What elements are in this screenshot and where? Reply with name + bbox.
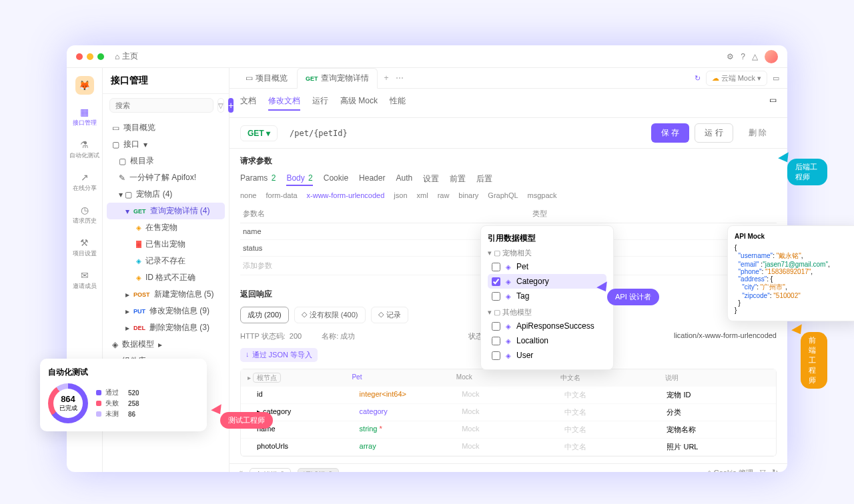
min-dot[interactable] (87, 53, 93, 60)
filter-icon[interactable]: ▽ (218, 98, 224, 113)
model-picker-popup: 引用数据模型 ▾ ▢ 宠物相关 ◈Pet ◈Category ◈Tag ▾ ▢ … (480, 225, 614, 370)
param-tab[interactable]: Body 2 (286, 173, 312, 186)
body-type[interactable]: x-www-form-urlencoded (307, 191, 385, 199)
param-tab[interactable]: 后置 (476, 173, 492, 186)
tree-models[interactable]: ◈ 数据模型 ▸ (107, 336, 225, 353)
run-button[interactable]: 运 行 (695, 123, 733, 143)
tree-item-put[interactable]: ▸ PUT 修改宠物信息 (9) (107, 303, 225, 319)
rail-history[interactable]: ◷请求历史 (73, 205, 97, 225)
param-tab[interactable]: Params 2 (240, 173, 276, 186)
col-name: 参数名 (240, 205, 530, 223)
add-tab[interactable]: + (379, 73, 394, 83)
tab-api[interactable]: GET 查询宠物详情 (297, 68, 378, 89)
donut-chart: 864已完成 (48, 383, 88, 423)
footer-icon[interactable]: ▽ (760, 468, 765, 472)
subtab-edit[interactable]: 修改文档 (268, 95, 300, 111)
cookie-mgmt[interactable]: ◇ Cookie 管理 (707, 468, 753, 472)
param-tab[interactable]: Auth (396, 173, 412, 186)
sidebar-title: 接口管理 (103, 68, 229, 94)
tree-petstore[interactable]: ▾ ▢ 宠物店 (4) (107, 186, 225, 203)
param-tab[interactable]: Header (359, 173, 385, 186)
tree-item[interactable]: ◈ ID 格式不正确 (107, 269, 225, 286)
section-title: 请求参数 (240, 155, 777, 167)
mode-debug[interactable]: 调试模式 (298, 468, 339, 472)
delete-button[interactable]: 删 除 (739, 123, 777, 143)
titlebar: ⌂ 主页 ⚙ ? △ (67, 45, 787, 68)
subtabs: 文档 修改文档 运行 高级 Mock 性能 ▭ (230, 89, 787, 118)
col-type: 类型 (530, 205, 777, 223)
body-type[interactable]: xml (417, 191, 428, 199)
tree-item-get[interactable]: ▾ GET 查询宠物详情 (4) (107, 203, 225, 219)
rail-api[interactable]: ▦接口管理 (73, 107, 97, 127)
close-dot[interactable] (76, 53, 83, 60)
home-link[interactable]: ⌂ 主页 (115, 51, 138, 62)
gear-icon[interactable]: ⚙ (727, 52, 734, 61)
body-type[interactable]: json (394, 191, 407, 199)
rail-invite[interactable]: ✉邀请成员 (73, 270, 97, 291)
body-type[interactable]: binary (458, 191, 478, 199)
mock-select[interactable]: ☁ 云端 Mock ▾ (706, 71, 767, 86)
mode-doc[interactable]: 文档模式 (250, 468, 291, 472)
body-type[interactable]: GraphQL (488, 191, 518, 199)
resp-tab-400[interactable]: ◇ 没有权限 (400) (294, 307, 366, 323)
search-input[interactable] (109, 98, 214, 113)
more-icon[interactable]: ⋯ (396, 73, 404, 83)
import-json[interactable]: ↓ 通过 JSON 等导入 (240, 348, 318, 362)
model-option[interactable]: ◈Localtion (488, 333, 606, 348)
panel-icon[interactable]: ▭ (769, 95, 777, 111)
label-tester: 测试工程师 (220, 412, 273, 429)
label-frontend: 前端工程师 (801, 332, 827, 389)
save-button[interactable]: 保 存 (651, 123, 689, 143)
model-option[interactable]: ◈ApiResponseSuccess (488, 319, 606, 333)
resp-tab-200[interactable]: 成功 (200) (240, 307, 289, 323)
subtab-mock[interactable]: 高级 Mock (340, 95, 378, 111)
tree-item[interactable]: ◈ 已售出宠物 (107, 236, 225, 253)
method-select[interactable]: GET ▾ (240, 125, 278, 141)
bell-icon[interactable]: △ (752, 52, 758, 61)
model-option[interactable]: ◈Pet (488, 259, 606, 274)
label-backend: 后端工程师 (787, 159, 827, 185)
footer-icon[interactable]: ↻ (772, 468, 778, 472)
footer: « 文档模式 调试模式 ◇ Cookie 管理 ▽ ↻ (230, 463, 787, 472)
app-logo[interactable]: 🦊 (75, 76, 94, 95)
body-type[interactable]: form-data (266, 191, 297, 199)
subtab-perf[interactable]: 性能 (390, 95, 406, 111)
layout-icon[interactable]: ▭ (773, 74, 779, 83)
refresh-icon[interactable]: ↻ (695, 74, 701, 83)
model-option[interactable]: ◈User (488, 348, 606, 363)
url-input[interactable]: /pet/{petId} (283, 126, 646, 141)
tree-item[interactable]: ◈ 在售宠物 (107, 219, 225, 236)
label-designer: API 设计者 (607, 289, 659, 305)
tree-item-post[interactable]: ▸ POST 新建宠物信息 (5) (107, 286, 225, 303)
body-type[interactable]: raw (438, 191, 450, 199)
rail-share[interactable]: ↗在线分享 (73, 172, 97, 193)
model-option[interactable]: ◈Tag (488, 289, 606, 303)
param-tab[interactable]: 设置 (423, 173, 439, 186)
test-summary-card: 自动化测试 864已完成 通过520失败258未测86 (40, 359, 207, 431)
help-icon[interactable]: ? (741, 52, 745, 61)
tree-api-group[interactable]: ▢ 接口 ▾ (107, 136, 225, 153)
body-type[interactable]: msgpack (528, 191, 557, 199)
tree-quickstart[interactable]: ✎ 一分钟了解 Apifox! (107, 169, 225, 186)
mock-json: { "username": "戴永铭", "email" :"jasen71@g… (735, 244, 853, 314)
param-tab[interactable]: 前置 (450, 173, 466, 186)
tree-item[interactable]: ◈ 记录不存在 (107, 253, 225, 269)
document-tabs: ▭ 项目概览 GET 查询宠物详情 + ⋯ ↻ ☁ 云端 Mock ▾ ▭ (230, 68, 787, 89)
rail-settings[interactable]: ⚒项目设置 (73, 237, 97, 258)
model-option[interactable]: ◈Category (488, 274, 606, 289)
tab-overview[interactable]: ▭ 项目概览 (238, 69, 296, 88)
subtab-run[interactable]: 运行 (312, 95, 328, 111)
avatar[interactable] (765, 50, 778, 63)
max-dot[interactable] (97, 53, 104, 60)
tree-root-dir[interactable]: ▢ 根目录 (107, 153, 225, 169)
api-mock-popup: API Mock { "username": "戴永铭", "email" :"… (727, 225, 854, 321)
body-type[interactable]: none (240, 191, 256, 199)
resp-tab-rec[interactable]: ◇ 记录 (371, 307, 408, 323)
url-row: GET ▾ /pet/{petId} 保 存 运 行 删 除 (230, 118, 787, 149)
rail-test[interactable]: ⚗自动化测试 (69, 139, 99, 160)
subtab-doc[interactable]: 文档 (240, 95, 256, 111)
tree-item-del[interactable]: ▸ DEL 删除宠物信息 (3) (107, 319, 225, 336)
param-tab[interactable]: Cookie (324, 173, 348, 186)
tree-overview[interactable]: ▭ 项目概览 (107, 119, 225, 136)
